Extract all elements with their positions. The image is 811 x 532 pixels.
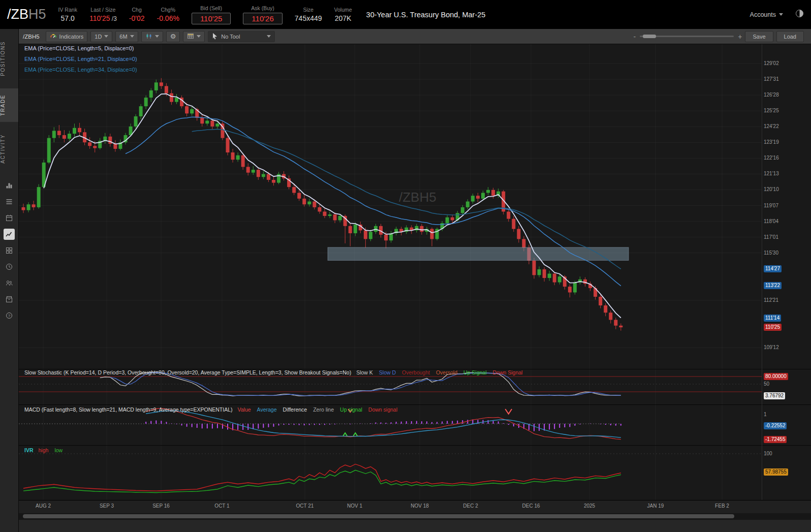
price-grid-label: 124'22 (764, 123, 779, 130)
price-grid-label: 121'13 (764, 170, 779, 177)
time-axis-label: JAN 19 (647, 503, 664, 509)
chart-toolbar: /ZBH5 Indicators 1D 6M ⚙ No Tool (19, 29, 811, 44)
legend-item: Overbought (402, 369, 430, 375)
legend-item: low (54, 447, 63, 453)
field-value: -0.06% (157, 14, 179, 22)
ema-legend-21: EMA (Price=CLOSE, Length=21, Displace=0) (24, 56, 137, 62)
chevron-down-icon (267, 35, 271, 38)
sidebar-tab-positions[interactable]: POSITIONS (0, 35, 18, 82)
drawing-tool-dropdown[interactable]: No Tool (208, 31, 275, 42)
stoch-axis-label: 3.76792 (764, 392, 785, 399)
sidebar: POSITIONS TRADE ACTIVITY ? (0, 29, 19, 532)
clock-icon[interactable] (4, 261, 15, 272)
legend-item: Average (257, 406, 277, 413)
help-icon[interactable]: ? (4, 310, 15, 321)
macd-axis-label: 1 (764, 411, 767, 418)
symbol-title: /ZBH5 (7, 7, 46, 22)
ema-legend-5: EMA (Price=CLOSE, Length=5, Displace=0) (24, 45, 134, 51)
chevron-down-icon (104, 35, 108, 38)
chart-scrollbar[interactable] (19, 513, 811, 520)
price-grid-label: 115'30 (764, 249, 778, 257)
support-zone (328, 247, 629, 261)
time-axis-label: OCT 21 (296, 503, 314, 509)
price-grid-label: 125'25 (764, 107, 779, 114)
cursor-icon (212, 33, 218, 41)
indicators-label: Indicators (59, 34, 84, 40)
active-chart-icon[interactable] (4, 229, 15, 240)
ask-field: Ask (Buy) 110'26 (243, 5, 282, 24)
macd-axis-label: -0.22552 (764, 422, 787, 429)
chart-type-dropdown[interactable] (141, 31, 163, 42)
box-icon[interactable] (4, 294, 15, 305)
field-label: Last / Size (90, 7, 115, 13)
legend-item: Up Signal (463, 369, 487, 375)
contacts-icon[interactable] (4, 277, 15, 289)
ema-value-bubble: 111'14 (764, 315, 781, 322)
ivr-axis-label: 100 (764, 450, 772, 457)
timeframe-dropdown[interactable]: 1D (90, 31, 112, 42)
ivr-panel[interactable] (19, 445, 762, 500)
timeframe-value: 1D (95, 34, 102, 40)
instrument-name: 30-Year U.S. Treasury Bond, Mar-25 (366, 11, 486, 19)
price-grid-label: 112'21 (764, 297, 778, 304)
field-value: 207K (335, 14, 352, 22)
last-price-bubble: 110'25 (764, 324, 782, 331)
zoom-slider[interactable] (640, 36, 734, 37)
price-grid-label: 126'28 (764, 91, 779, 99)
price-axis-divider (762, 44, 762, 500)
field-label: Ask (Buy) (251, 5, 274, 11)
layout-grid-dropdown[interactable] (183, 31, 205, 42)
zoom-slider-handle[interactable] (643, 35, 656, 38)
ask-button[interactable]: 110'26 (243, 13, 282, 24)
macd-down-signal-arrow (505, 409, 512, 414)
scrollbar-handle[interactable] (23, 514, 734, 518)
chevron-down-icon (779, 13, 783, 16)
legend-item: Difference (283, 406, 307, 413)
stoch-axis-label: 50 (764, 381, 769, 388)
chart-settings-button[interactable]: ⚙ (166, 31, 180, 42)
macd-legend-title: MACD (Fast length=8, Slow length=21, MAC… (24, 406, 233, 413)
size-field: Size 745x449 (295, 7, 322, 22)
zoom-out-button[interactable]: - (634, 33, 636, 41)
watermark: /ZBH5 (399, 190, 436, 205)
stoch-legend: Slow Stochastic (K Period=14, D Period=3… (24, 369, 522, 375)
iv-rank-field: IV Rank 57.0 (58, 7, 77, 22)
legend-item: Slow K (356, 369, 373, 375)
time-axis-label: DEC 2 (463, 503, 478, 509)
bid-field: Bid (Sell) 110'25 (192, 5, 231, 24)
legend-item: high (39, 447, 49, 453)
load-button[interactable]: Load (776, 31, 804, 42)
field-value: 745x449 (295, 14, 322, 22)
ivr-axis-label: 57.98755 (764, 468, 788, 476)
sidebar-tab-activity[interactable]: ACTIVITY (0, 128, 18, 170)
volume-field: Volume 207K (334, 7, 352, 22)
indicators-button[interactable]: Indicators (46, 31, 88, 42)
field-value: -0'02 (129, 14, 145, 22)
price-grid-label: 122'16 (764, 154, 779, 162)
field-label: Volume (334, 7, 352, 13)
accounts-menu[interactable]: Accounts (750, 11, 783, 18)
stoch-axis-label: 80.00000 (764, 373, 788, 380)
chg-pct-field: Chg% -0.06% (157, 7, 179, 22)
save-button[interactable]: Save (745, 31, 773, 42)
grid-icon[interactable] (4, 245, 15, 256)
field-label: Size (303, 7, 313, 13)
calendar-icon[interactable] (4, 212, 15, 224)
bid-button[interactable]: 110'25 (192, 13, 231, 24)
chart-symbol-label: /ZBH5 (23, 34, 40, 40)
field-label: Bid (Sell) (200, 5, 222, 11)
gauge-icon (50, 33, 57, 41)
watchlist-icon[interactable] (4, 196, 15, 207)
zoom-in-button[interactable]: + (738, 33, 742, 41)
bar-chart-icon[interactable] (4, 180, 15, 191)
chg-field: Chg -0'02 (129, 7, 145, 22)
macd-up-signal-arrow (353, 433, 357, 436)
candle-style-icon (145, 33, 152, 41)
price-chart-canvas[interactable]: /ZBH5 (19, 44, 762, 369)
trading-app: /ZBH5 IV Rank 57.0 Last / Size 110'25 /3… (0, 0, 811, 532)
sidebar-tab-trade[interactable]: TRADE (0, 88, 18, 122)
range-dropdown[interactable]: 6M (115, 31, 138, 42)
theme-toggle-icon[interactable] (795, 9, 804, 20)
chevron-down-icon (130, 35, 134, 38)
chevron-down-icon (197, 35, 201, 38)
